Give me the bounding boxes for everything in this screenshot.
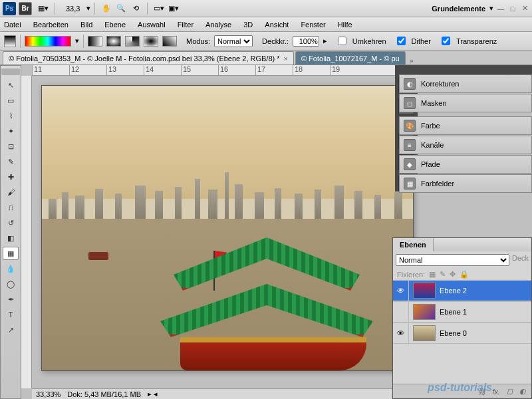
blur-tool[interactable]: 💧 (3, 262, 19, 275)
color-icon: 🎨 (404, 120, 416, 132)
menu-3d[interactable]: 3D (243, 21, 253, 29)
gradient-diamond-icon[interactable] (162, 36, 177, 47)
tab-document-2[interactable]: © Fotolia_10072167_M - © pu (295, 51, 406, 65)
lock-position-icon[interactable]: ✥ (450, 270, 456, 279)
zoom-icon[interactable]: 🔍 (114, 1, 128, 16)
layer-thumbnail[interactable] (413, 304, 436, 320)
panel-masken[interactable]: ◻Masken (399, 94, 532, 112)
menu-bild[interactable]: Bild (80, 21, 92, 29)
transparency-checkbox[interactable] (442, 37, 450, 45)
adjustment-layer-icon[interactable]: ◐ (519, 387, 526, 396)
wand-tool[interactable]: ✦ (3, 124, 19, 138)
side-panels: ◐Korrekturen ◻Masken 🎨Farbe ≡Kanäle ◆Pfa… (399, 65, 532, 197)
arrange-icon[interactable]: ▭▾ (152, 1, 166, 16)
history-brush-tool[interactable]: ↺ (3, 216, 19, 229)
menu-hilfe[interactable]: Hilfe (338, 21, 352, 29)
document-canvas[interactable] (41, 85, 414, 371)
pen-tool[interactable]: ✒ (3, 293, 19, 306)
menu-filter[interactable]: Filter (178, 21, 194, 29)
panel-pfade[interactable]: ◆Pfade (399, 155, 532, 174)
path-tool[interactable]: ↗ (3, 323, 19, 336)
menubar: Datei Bearbeiten Bild Ebene Auswahl Filt… (0, 17, 532, 32)
menu-fenster[interactable]: Fenster (301, 21, 325, 29)
move-tool[interactable]: ↖ (3, 78, 19, 92)
photoshop-icon[interactable]: Ps (3, 2, 16, 15)
mode-select[interactable]: Normal (214, 35, 253, 47)
layers-tab[interactable]: Ebenen (393, 238, 434, 251)
close-icon[interactable]: × (284, 55, 288, 63)
type-tool[interactable]: T (3, 308, 19, 321)
minimize-button[interactable]: — (496, 4, 505, 13)
gradient-linear-icon[interactable] (88, 36, 102, 47)
menu-datei[interactable]: Datei (4, 21, 21, 29)
layer-ebene-0[interactable]: 👁 Ebene 0 (393, 323, 531, 344)
layer-ebene-2[interactable]: 👁 Ebene 2 (393, 280, 531, 301)
layer-name[interactable]: Ebene 0 (440, 329, 467, 337)
opacity-input[interactable] (293, 36, 319, 47)
status-doc-size[interactable]: Dok: 5,43 MB/16,1 MB (67, 390, 141, 398)
panel-farbfelder[interactable]: ▦Farbfelder (399, 174, 532, 193)
tool-gradient-icon[interactable] (4, 35, 16, 47)
lasso-tool[interactable]: ⌇ (3, 109, 19, 122)
mode-label: Modus: (186, 37, 210, 45)
eraser-tool[interactable]: ◧ (3, 231, 19, 245)
channels-icon: ≡ (404, 139, 416, 151)
layer-fx-icon[interactable]: fx. (492, 388, 500, 396)
panel-korrekturen[interactable]: ◐Korrekturen (399, 74, 532, 93)
menu-bearbeiten[interactable]: Bearbeiten (33, 21, 68, 29)
gradient-tool[interactable]: ▦ (3, 247, 19, 260)
workspace-selector[interactable]: Grundelemente (432, 5, 485, 13)
close-button[interactable]: ✕ (520, 4, 529, 13)
adjustments-icon: ◐ (404, 78, 416, 90)
vertical-ruler[interactable] (21, 76, 32, 388)
opacity-label: Deckkr.: (262, 37, 289, 45)
eyedropper-tool[interactable]: ✎ (3, 155, 19, 168)
lock-transparency-icon[interactable]: ▦ (429, 270, 436, 279)
layer-thumbnail[interactable] (413, 325, 436, 341)
screen-mode-icon[interactable]: ▣▾ (166, 1, 181, 16)
healing-tool[interactable]: ✚ (3, 170, 19, 184)
maximize-button[interactable]: □ (508, 4, 517, 13)
rotate-icon[interactable]: ⟲ (128, 1, 143, 16)
layers-panel: Ebenen Normal Deck Fixieren: ▦ ✎ ✥ 🔒 👁 E… (392, 237, 532, 399)
panel-farbe[interactable]: 🎨Farbe (399, 116, 532, 135)
visibility-toggle[interactable] (393, 302, 409, 322)
dodge-tool[interactable]: ◯ (3, 277, 19, 291)
stamp-tool[interactable]: ⎍ (3, 201, 19, 214)
toolbox-grip[interactable] (1, 68, 20, 75)
gradient-angle-icon[interactable] (125, 36, 140, 47)
layer-name[interactable]: Ebene 1 (440, 308, 467, 316)
hand-icon[interactable]: ✋ (99, 1, 114, 16)
bridge-icon[interactable]: Br (19, 2, 32, 15)
panel-kanale[interactable]: ≡Kanäle (399, 136, 532, 154)
layer-ebene-1[interactable]: Ebene 1 (393, 301, 531, 323)
visibility-toggle[interactable]: 👁 (393, 323, 409, 343)
brush-tool[interactable]: 🖌 (3, 186, 19, 199)
gradient-radial-icon[interactable] (106, 36, 121, 47)
gradient-reflected-icon[interactable] (144, 36, 158, 47)
crop-tool[interactable]: ⊡ (3, 140, 19, 153)
options-bar: ▾ Modus: Normal Deckkr.: ▸ Umkehren Dith… (0, 32, 532, 51)
layout-icon[interactable]: ▦▾ (36, 1, 51, 16)
layer-name[interactable]: Ebene 2 (440, 287, 467, 295)
menu-auswahl[interactable]: Auswahl (138, 21, 166, 29)
layer-mask-icon[interactable]: ◻ (507, 387, 513, 396)
visibility-toggle[interactable]: 👁 (393, 281, 409, 301)
dither-checkbox[interactable] (397, 37, 406, 45)
status-zoom[interactable]: 33,33% (36, 390, 61, 398)
menu-ebene[interactable]: Ebene (104, 21, 126, 29)
reverse-checkbox[interactable] (338, 37, 346, 45)
menu-ansicht[interactable]: Ansicht (265, 21, 289, 29)
paths-icon: ◆ (404, 158, 416, 170)
tab-document-1[interactable]: © Fotolia_7050353_M - © Joelle M - Fotol… (3, 51, 294, 65)
zoom-level[interactable]: 33,3 (66, 5, 80, 13)
blend-mode-select[interactable]: Normal (396, 254, 509, 266)
marquee-tool[interactable]: ▭ (3, 94, 19, 107)
layer-thumbnail[interactable] (413, 283, 436, 299)
watermark: psd-tutorials (428, 382, 492, 394)
gradient-picker[interactable] (25, 36, 71, 47)
menu-analyse[interactable]: Analyse (205, 21, 231, 29)
lock-paint-icon[interactable]: ✎ (440, 270, 446, 279)
lock-all-icon[interactable]: 🔒 (460, 270, 469, 279)
tab-overflow-icon[interactable]: » (410, 57, 414, 65)
